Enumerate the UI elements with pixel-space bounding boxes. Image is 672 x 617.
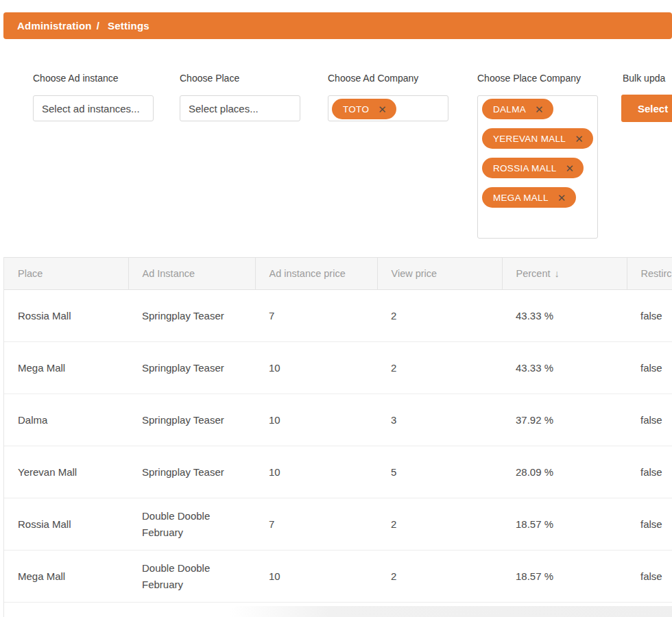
- remove-chip-icon[interactable]: ✕: [378, 104, 387, 114]
- cell-percent: 43.33 %: [502, 290, 627, 342]
- cell-place: Rossia Mall: [4, 290, 128, 342]
- cell-ad-instance: Springplay Teaser: [128, 342, 255, 394]
- cell-restricted: false: [627, 498, 672, 551]
- place-company-select[interactable]: DALMA✕YEREVAN MALL✕ROSSIA MALL✕MEGA MALL…: [477, 95, 598, 239]
- cell-restricted: false: [627, 551, 672, 603]
- settings-page: Administration / Settings Choose Ad inst…: [0, 0, 672, 617]
- selected-value-chip: DALMA✕: [482, 99, 553, 119]
- cell-ad-instance-price: 10: [255, 446, 377, 498]
- ad-instance-input[interactable]: [34, 96, 153, 121]
- ad-instance-select[interactable]: [33, 95, 154, 121]
- chip-label: DALMA: [493, 104, 526, 114]
- breadcrumb-section[interactable]: Administration: [17, 20, 92, 32]
- column-header-place[interactable]: Place: [4, 258, 128, 290]
- selected-value-chip: ROSSIA MALL✕: [482, 158, 584, 178]
- cell-percent: 18.57 %: [502, 498, 627, 551]
- cell-restricted: false: [627, 342, 672, 394]
- table-row[interactable]: Rossia MallSpringplay Teaser7243.33 %fal…: [4, 290, 672, 342]
- cell-place: Mega Mall: [4, 342, 128, 394]
- selected-value-chip: MEGA MALL✕: [482, 187, 576, 208]
- table-row[interactable]: Mega MallSpringplay Teaser10243.33 %fals…: [4, 342, 672, 394]
- column-header-ad-instance-price[interactable]: Ad instance price: [255, 258, 377, 290]
- cell-ad-instance-price: 10: [255, 394, 377, 446]
- cell-restricted: false: [627, 446, 672, 498]
- breadcrumb: Administration / Settings: [3, 12, 672, 39]
- table-row[interactable]: Mega MallDouble Dooble February10218.57 …: [4, 551, 672, 603]
- column-header-ad-instance[interactable]: Ad Instance: [128, 258, 255, 290]
- remove-chip-icon[interactable]: ✕: [566, 163, 575, 173]
- cell-ad-instance: Double Dooble February: [128, 498, 255, 551]
- chip-label: TOTO: [343, 104, 369, 114]
- table-header-row: Place Ad Instance Ad instance price View…: [4, 258, 672, 290]
- column-header-restricted[interactable]: Restirc: [627, 258, 672, 290]
- cell-view-price: 3: [377, 394, 502, 446]
- cell-ad-instance: Double Dooble February: [128, 551, 255, 603]
- column-header-percent-label: Percent: [516, 268, 551, 279]
- remove-chip-icon[interactable]: ✕: [535, 104, 544, 114]
- cell-restricted: false: [627, 290, 672, 342]
- selected-value-chip: TOTO✕: [332, 99, 396, 119]
- breadcrumb-page[interactable]: Settings: [108, 20, 149, 32]
- cell-percent: 37.92 %: [502, 394, 627, 446]
- place-input[interactable]: [180, 96, 300, 121]
- cell-place: Rossia Mall: [4, 498, 128, 551]
- cell-view-price: 2: [377, 498, 502, 551]
- cell-percent: 18.57 %: [502, 551, 627, 603]
- table-row[interactable]: Rossia MallDouble Dooble February7218.57…: [4, 498, 672, 551]
- cell-ad-instance-price: 10: [255, 342, 377, 394]
- place-company-filter-label: Choose Place Company: [477, 73, 581, 86]
- ad-company-select[interactable]: TOTO✕: [328, 95, 448, 121]
- cell-view-price: 5: [377, 446, 502, 498]
- sort-desc-icon: ↓: [554, 268, 559, 279]
- cell-ad-instance-price: 10: [255, 551, 377, 603]
- settings-table: Place Ad Instance Ad instance price View…: [3, 257, 672, 617]
- bulk-update-label: Bulk upda: [623, 73, 665, 86]
- cell-place: Dalma: [4, 394, 128, 446]
- table-body: Rossia MallSpringplay Teaser7243.33 %fal…: [4, 290, 672, 603]
- cell-percent: 28.09 %: [502, 446, 627, 498]
- cell-view-price: 2: [377, 342, 502, 394]
- cell-place: Mega Mall: [4, 551, 128, 603]
- column-header-percent[interactable]: Percent↓: [502, 258, 627, 290]
- horizontal-scrollbar[interactable]: [230, 606, 672, 617]
- ad-instance-filter-label: Choose Ad instance: [33, 73, 119, 86]
- ad-company-filter-label: Choose Ad Company: [328, 73, 418, 86]
- cell-view-price: 2: [377, 290, 502, 342]
- bulk-update-select-button[interactable]: Select: [621, 95, 672, 122]
- cell-ad-instance-price: 7: [255, 290, 377, 342]
- breadcrumb-separator: /: [97, 20, 99, 32]
- table-row[interactable]: DalmaSpringplay Teaser10337.92 %false: [4, 394, 672, 446]
- chip-label: YEREVAN MALL: [493, 134, 566, 144]
- cell-ad-instance: Springplay Teaser: [128, 290, 255, 342]
- cell-view-price: 2: [377, 551, 502, 603]
- place-select[interactable]: [180, 95, 300, 121]
- selected-value-chip: YEREVAN MALL✕: [482, 128, 593, 149]
- cell-restricted: false: [627, 394, 672, 446]
- cell-ad-instance: Springplay Teaser: [128, 394, 255, 446]
- cell-ad-instance-price: 7: [255, 498, 377, 551]
- remove-chip-icon[interactable]: ✕: [575, 134, 584, 144]
- cell-percent: 43.33 %: [502, 342, 627, 394]
- remove-chip-icon[interactable]: ✕: [557, 193, 566, 203]
- cell-place: Yerevan Mall: [4, 446, 128, 498]
- column-header-view-price[interactable]: View price: [377, 258, 502, 290]
- table-row[interactable]: Yerevan MallSpringplay Teaser10528.09 %f…: [4, 446, 672, 498]
- cell-ad-instance: Springplay Teaser: [128, 446, 255, 498]
- chip-label: MEGA MALL: [493, 193, 549, 203]
- place-filter-label: Choose Place: [180, 73, 239, 86]
- chip-label: ROSSIA MALL: [493, 163, 557, 173]
